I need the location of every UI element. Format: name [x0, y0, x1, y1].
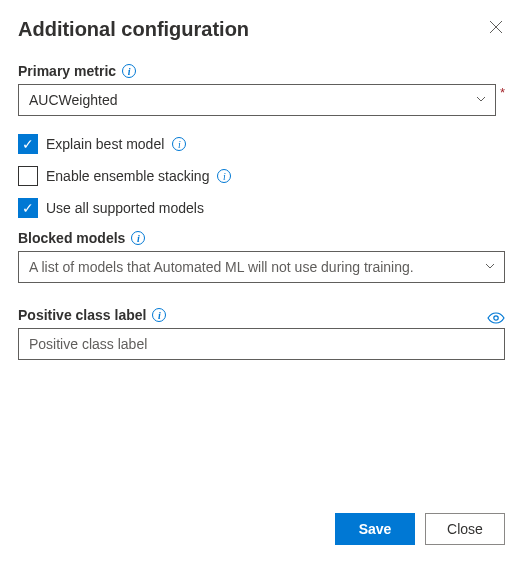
- info-icon[interactable]: i: [152, 308, 166, 322]
- close-button[interactable]: Close: [425, 513, 505, 545]
- required-indicator: *: [500, 86, 505, 99]
- primary-metric-label: Primary metric: [18, 63, 116, 79]
- eye-icon[interactable]: [487, 312, 505, 324]
- use-all-supported-models-checkbox[interactable]: [18, 198, 38, 218]
- chevron-down-icon: [484, 260, 496, 275]
- info-icon[interactable]: i: [172, 137, 186, 151]
- info-icon[interactable]: i: [131, 231, 145, 245]
- positive-class-input[interactable]: [18, 328, 505, 360]
- primary-metric-value: AUCWeighted: [29, 92, 117, 108]
- blocked-models-select[interactable]: A list of models that Automated ML will …: [18, 251, 505, 283]
- info-icon[interactable]: i: [122, 64, 136, 78]
- positive-class-label: Positive class label: [18, 307, 146, 323]
- info-icon[interactable]: i: [217, 169, 231, 183]
- blocked-models-label: Blocked models: [18, 230, 125, 246]
- blocked-models-placeholder: A list of models that Automated ML will …: [29, 259, 414, 275]
- enable-ensemble-stacking-label: Enable ensemble stacking: [46, 168, 209, 184]
- enable-ensemble-stacking-checkbox[interactable]: [18, 166, 38, 186]
- explain-best-model-label: Explain best model: [46, 136, 164, 152]
- use-all-supported-models-label: Use all supported models: [46, 200, 204, 216]
- save-button[interactable]: Save: [335, 513, 415, 545]
- explain-best-model-checkbox[interactable]: [18, 134, 38, 154]
- close-icon[interactable]: [487, 18, 505, 39]
- chevron-down-icon: [475, 93, 487, 108]
- primary-metric-select[interactable]: AUCWeighted: [18, 84, 496, 116]
- panel-title: Additional configuration: [18, 18, 249, 41]
- svg-point-0: [494, 315, 498, 319]
